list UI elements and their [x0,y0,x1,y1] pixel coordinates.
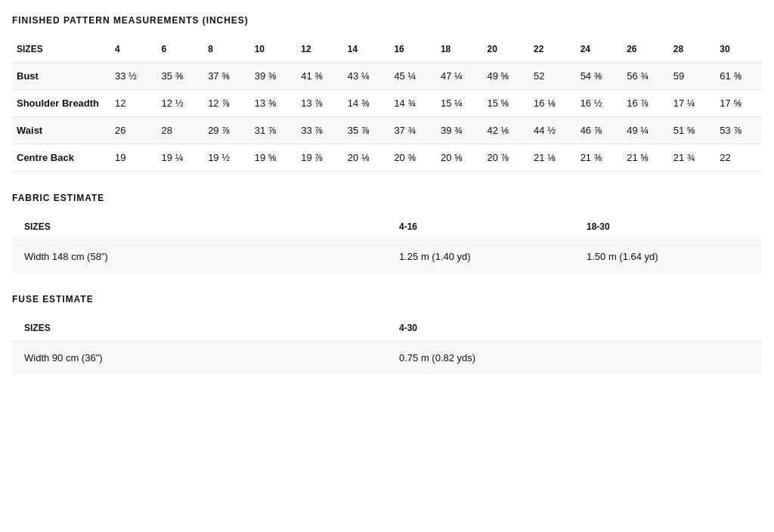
row-value: 35 ⅜ [157,63,204,90]
col-header-size: 30 [715,36,762,63]
col-header-size: 20 [483,36,530,63]
fuse-title: FUSE ESTIMATE [12,294,762,305]
row-value: 17 ⅝ [715,90,762,117]
fabric-estimate-section: FABRIC ESTIMATE SIZES 4-16 18-30 Width 1… [12,193,762,273]
row-value: 29 ⅞ [203,117,250,144]
fuse-estimate-section: FUSE ESTIMATE SIZES 4-30 Width 90 cm (36… [12,294,762,374]
row-value: 12 ⅞ [203,90,250,117]
row-value: 16 ⅞ [622,90,669,117]
row-value: 20 ⅜ [389,144,436,172]
row-label: Centre Back [12,144,110,172]
col-header-size: 18 [436,36,483,63]
row-value: 61 ⅜ [715,63,762,90]
col-header-size: 22 [529,36,576,63]
measurements-title: FINISHED PATTERN MEASUREMENTS (INCHES) [12,15,762,26]
row-value: 16 ½ [576,90,623,117]
row-value: 21 ⅝ [622,144,669,172]
row-value: 33 ½ [110,63,157,90]
row-value: 13 ⅜ [250,90,297,117]
row-label: Bust [12,63,110,90]
row-value: 51 ⅝ [669,117,716,144]
row-value: 45 ¼ [389,63,436,90]
row-value: 42 ⅛ [483,117,530,144]
fuse-row-label: Width 90 cm (36") [12,342,387,375]
row-label: Waist [12,117,110,144]
row-value: 28 [157,117,204,144]
row-value: 41 ⅜ [296,63,343,90]
row-value: 37 ⅜ [203,63,250,90]
row-value: 15 ⅝ [483,90,530,117]
measurements-header-row: SIZES 4681012141618202224262830 [12,36,762,63]
row-value: 33 ⅞ [296,117,343,144]
col-header-size: 26 [622,36,669,63]
fabric-col-416: 4-16 [387,214,574,240]
col-header-size: 6 [157,36,204,63]
row-value: 19 [110,144,157,172]
fabric-row-value: 1.25 m (1.40 yd) [387,240,574,274]
row-value: 43 ¼ [343,63,390,90]
row-value: 49 ⅝ [483,63,530,90]
row-value: 31 ⅞ [250,117,297,144]
measurements-row: Shoulder Breadth1212 ½12 ⅞13 ⅜13 ⅞14 ⅜14… [12,90,762,117]
measurements-row: Waist262829 ⅞31 ⅞33 ⅞35 ⅞37 ¾39 ¾42 ⅛44 … [12,117,762,144]
row-value: 26 [110,117,157,144]
fuse-col-sizes: SIZES [12,315,387,342]
col-header-size: 8 [203,36,250,63]
col-header-size: 12 [296,36,343,63]
col-header-label: SIZES [12,36,110,63]
row-value: 19 ½ [203,144,250,172]
row-value: 16 ⅛ [529,90,576,117]
row-value: 47 ¼ [436,63,483,90]
fabric-col-sizes: SIZES [12,214,387,240]
row-value: 35 ⅞ [343,117,390,144]
row-value: 20 ⅝ [436,144,483,172]
row-value: 39 ¾ [436,117,483,144]
col-header-size: 4 [110,36,157,63]
col-header-size: 28 [669,36,716,63]
row-value: 21 ⅛ [529,144,576,172]
fuse-row-value: 0.75 m (0.82 yds) [387,342,762,375]
row-value: 14 ¾ [389,90,436,117]
row-value: 56 ¾ [622,63,669,90]
measurements-row: Centre Back1919 ¼19 ½19 ⅝19 ⅞20 ⅛20 ⅜20 … [12,144,762,172]
row-value: 49 ¼ [622,117,669,144]
row-value: 44 ½ [529,117,576,144]
row-value: 20 ⅞ [483,144,530,172]
measurements-row: Bust33 ½35 ⅜37 ⅜39 ⅜41 ⅜43 ¼45 ¼47 ¼49 ⅝… [12,63,762,90]
fabric-header-row: SIZES 4-16 18-30 [12,214,762,240]
row-value: 54 ⅜ [576,63,623,90]
fabric-row-label: Width 148 cm (58") [12,240,387,274]
row-value: 19 ⅞ [296,144,343,172]
row-value: 53 ⅞ [715,117,762,144]
row-value: 19 ⅝ [250,144,297,172]
fabric-row-value: 1.50 m (1.64 yd) [574,240,762,274]
fuse-header-row: SIZES 4-30 [12,315,762,342]
col-header-size: 10 [250,36,297,63]
row-value: 52 [529,63,576,90]
fuse-col-430: 4-30 [387,315,762,342]
fabric-title: FABRIC ESTIMATE [12,193,762,203]
fuse-table: SIZES 4-30 Width 90 cm (36")0.75 m (0.82… [12,315,762,374]
row-label: Shoulder Breadth [12,90,110,117]
row-value: 17 ¼ [669,90,716,117]
row-value: 15 ¼ [436,90,483,117]
measurements-table: SIZES 4681012141618202224262830 Bust33 ½… [12,36,762,172]
row-value: 59 [669,63,716,90]
fabric-col-1830: 18-30 [574,214,762,240]
row-value: 14 ⅜ [343,90,390,117]
row-value: 12 ½ [157,90,204,117]
row-value: 20 ⅛ [343,144,390,172]
fabric-table: SIZES 4-16 18-30 Width 148 cm (58")1.25 … [12,214,762,273]
row-value: 46 ⅞ [576,117,623,144]
row-value: 21 ¾ [669,144,716,172]
col-header-size: 16 [389,36,436,63]
fabric-row: Width 148 cm (58")1.25 m (1.40 yd)1.50 m… [12,240,762,274]
row-value: 21 ⅜ [576,144,623,172]
col-header-size: 24 [576,36,623,63]
fuse-row: Width 90 cm (36")0.75 m (0.82 yds) [12,342,762,375]
row-value: 37 ¾ [389,117,436,144]
row-value: 19 ¼ [157,144,204,172]
row-value: 39 ⅜ [250,63,297,90]
col-header-size: 14 [343,36,390,63]
row-value: 13 ⅞ [296,90,343,117]
